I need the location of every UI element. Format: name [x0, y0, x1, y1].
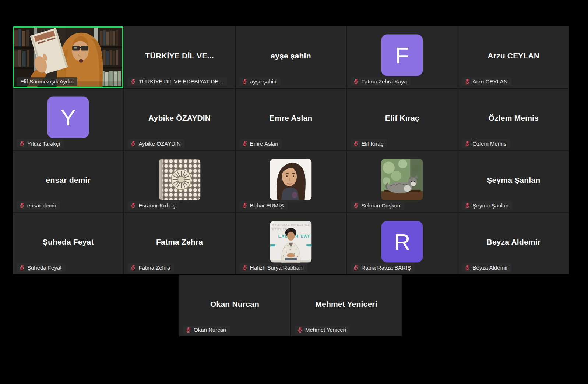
participant-label-text: Elif Sönmezışık Aydın	[20, 78, 74, 85]
participant-label-text: Şeyma Şanlan	[473, 202, 509, 209]
participant-label-text: Aybike ÖZAYDIN	[138, 141, 180, 147]
participant-name-label: Esranur Kırbaş	[128, 201, 179, 210]
muted-mic-icon	[465, 78, 470, 85]
muted-mic-icon	[242, 141, 247, 147]
participant-tile[interactable]: Esranur Kırbaş	[124, 151, 235, 212]
participant-tile[interactable]: Selman Coşkun	[347, 151, 457, 212]
gallery-grid: Elif Sönmezışık Aydın TÜRKİYE DİL VE... …	[13, 26, 569, 274]
participant-tile[interactable]: ayşe şahin ayşe şahin	[236, 26, 346, 88]
participant-display-name: ayşe şahin	[238, 51, 344, 60]
participant-tile[interactable]: Şeyma Şanlan Şeyma Şanlan	[458, 151, 569, 212]
participant-label-text: Okan Nurcan	[194, 327, 226, 333]
participant-tile[interactable]: Fatma Zehra Fatma Zehra	[124, 213, 235, 274]
participant-label-text: Beyza Aldemir	[473, 264, 508, 271]
profile-photo-portrait	[270, 159, 311, 200]
participant-display-name: Arzu CEYLAN	[461, 51, 567, 60]
participant-display-name: Özlem Memis	[461, 114, 567, 122]
participant-name-label: Fatma Zehra	[128, 263, 174, 272]
participant-label-text: Yıldız Tarakçı	[27, 141, 60, 147]
muted-mic-icon	[465, 202, 470, 209]
participant-tile-video[interactable]: Elif Sönmezışık Aydın	[13, 26, 123, 88]
participant-tile[interactable]: ensar demir ensar demir	[13, 151, 123, 212]
muted-mic-icon	[242, 78, 247, 85]
profile-photo-event: RTIFICIAL INTELLIGE STITUTE OR LAUNCH DA…	[270, 221, 311, 262]
muted-mic-icon	[353, 202, 359, 209]
participant-tile[interactable]: RTIFICIAL INTELLIGE STITUTE OR LAUNCH DA…	[236, 213, 346, 274]
participant-label-text: Şuheda Feyat	[27, 264, 61, 271]
participant-name-label: Elif Kıraç	[351, 139, 387, 148]
participant-display-name: Okan Nurcan	[182, 300, 288, 309]
avatar-letter: R	[394, 228, 411, 255]
participant-tile[interactable]: Arzu CEYLAN Arzu CEYLAN	[458, 26, 569, 88]
participant-tile[interactable]: Özlem Memis Özlem Memis	[458, 89, 569, 150]
participant-label-text: ayşe şahin	[250, 78, 277, 85]
participant-label-text: Selman Coşkun	[361, 202, 400, 209]
participant-name-label: Selman Coşkun	[351, 201, 404, 210]
muted-mic-icon	[353, 264, 359, 271]
participant-display-name: Emre Aslan	[238, 114, 344, 122]
muted-mic-icon	[242, 264, 247, 271]
participant-tile[interactable]: TÜRKİYE DİL VE... TÜRKİYE DİL VE EDEBİYA…	[124, 26, 235, 88]
participant-label-text: TÜRKİYE DİL VE EDEBİYAT DE...	[138, 78, 223, 85]
muted-mic-icon	[353, 78, 359, 85]
participant-name-label: Yıldız Tarakçı	[17, 139, 64, 148]
participant-label-text: Esranur Kırbaş	[138, 202, 175, 209]
participant-display-name: Şeyma Şanlan	[461, 176, 567, 185]
participant-label-text: Arzu CEYLAN	[473, 78, 508, 85]
muted-mic-icon	[242, 202, 247, 209]
participant-display-name: Şuheda Feyat	[15, 238, 121, 246]
participant-name-label: ayşe şahin	[239, 77, 280, 86]
participant-name-label: Okan Nurcan	[183, 326, 230, 334]
muted-mic-icon	[130, 141, 136, 147]
participant-name-label: Aybike ÖZAYDIN	[128, 139, 184, 148]
participant-name-label: TÜRKİYE DİL VE EDEBİYAT DE...	[128, 77, 227, 86]
muted-mic-icon	[465, 141, 470, 147]
participant-label-text: Elif Kıraç	[361, 141, 383, 147]
participant-name-label: Şeyma Şanlan	[462, 201, 513, 210]
participant-name-label: Arzu CEYLAN	[462, 77, 511, 86]
participant-tile[interactable]: R Rabia Ravza BARIŞ	[347, 213, 457, 274]
participant-name-label: Hafizh Surya Rabbani	[239, 263, 307, 272]
gallery-grid-bottom-row: Okan Nurcan Okan Nurcan Mehmet Yeniceri …	[179, 275, 402, 336]
participant-tile[interactable]: Beyza Aldemir Beyza Aldemir	[458, 213, 569, 274]
participant-name-label: Şuheda Feyat	[17, 263, 65, 272]
avatar-letter: Y	[61, 104, 76, 131]
participant-tile[interactable]: Aybike ÖZAYDIN Aybike ÖZAYDIN	[124, 89, 235, 150]
participant-label-text: Rabia Ravza BARIŞ	[361, 264, 411, 271]
muted-mic-icon	[130, 202, 136, 209]
participant-label-text: Bahar ERMİŞ	[250, 202, 284, 209]
participant-tile[interactable]: Okan Nurcan Okan Nurcan	[179, 275, 290, 336]
participant-label-text: Hafizh Surya Rabbani	[250, 264, 304, 271]
muted-mic-icon	[186, 327, 191, 333]
participant-tile[interactable]: Mehmet Yeniceri Mehmet Yeniceri	[291, 275, 402, 336]
muted-mic-icon	[130, 264, 136, 271]
participant-tile[interactable]: F Fatma Zehra Kaya	[347, 26, 457, 88]
participant-name-label: Mehmet Yeniceri	[295, 326, 350, 334]
participant-name-label: Emre Aslan	[239, 139, 282, 148]
profile-photo-cat	[381, 159, 423, 200]
muted-mic-icon	[130, 78, 136, 85]
participant-label-text: Emre Aslan	[250, 141, 278, 147]
backdrop-text-line1: RTIFICIAL INTELLIGE	[272, 223, 310, 226]
participant-display-name: Elif Kıraç	[349, 114, 455, 122]
participant-name-label: Rabia Ravza BARIŞ	[351, 263, 415, 272]
participant-tile[interactable]: Şuheda Feyat Şuheda Feyat	[13, 213, 123, 274]
participant-label-text: Fatma Zehra Kaya	[361, 78, 407, 85]
muted-mic-icon	[297, 327, 303, 333]
participant-tile[interactable]: Bahar ERMİŞ	[236, 151, 346, 212]
initial-avatar: F	[381, 35, 423, 76]
participant-name-label: Özlem Memis	[462, 139, 510, 148]
participant-label-text: Mehmet Yeniceri	[305, 327, 346, 333]
participant-name-label: Fatma Zehra Kaya	[351, 77, 411, 86]
muted-mic-icon	[353, 141, 359, 147]
participant-display-name: Beyza Aldemir	[461, 238, 567, 246]
participant-display-name: ensar demir	[15, 176, 121, 185]
muted-mic-icon	[465, 264, 470, 271]
participant-name-label: Beyza Aldemir	[462, 263, 512, 272]
participant-tile[interactable]: Elif Kıraç Elif Kıraç	[347, 89, 457, 150]
participant-tile[interactable]: Emre Aslan Emre Aslan	[236, 89, 346, 150]
participant-tile[interactable]: Y Yıldız Tarakçı	[13, 89, 123, 150]
participant-display-name: Fatma Zehra	[126, 238, 232, 246]
participant-label-text: Fatma Zehra	[138, 264, 170, 271]
participant-name-label: Elif Sönmezışık Aydın	[17, 77, 77, 86]
